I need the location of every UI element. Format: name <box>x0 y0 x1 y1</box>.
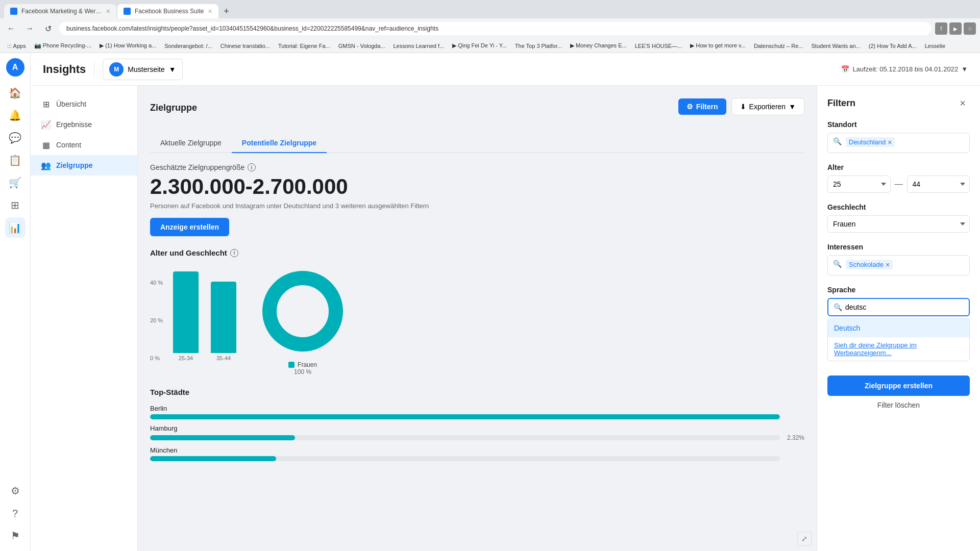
shop-nav-icon[interactable]: 🛒 <box>5 172 26 193</box>
donut-container: Frauen 100 % <box>257 265 349 375</box>
bookmark-15[interactable]: (2) How To Add A... <box>866 42 920 50</box>
grid-nav-icon[interactable]: ⊞ <box>5 195 26 215</box>
create-audience-button[interactable]: Zielgruppe erstellen <box>827 375 970 396</box>
analytics-nav-icon[interactable]: 📊 <box>5 217 26 238</box>
bookmark-10[interactable]: ▶ Money Changes E... <box>567 41 630 50</box>
age-max-select[interactable]: 44 <box>907 176 970 193</box>
bar-chart: 0 % 20 % 40 % 25-34 <box>150 280 236 361</box>
nav-item-zielgruppe[interactable]: 👥 Zielgruppe <box>31 155 137 176</box>
nav-item-ergebnisse[interactable]: 📈 Ergebnisse <box>31 114 137 135</box>
filter-panel-title: Filtern <box>827 98 855 109</box>
audience-size-info-icon[interactable]: i <box>248 163 256 171</box>
legend-label: Frauen <box>298 361 317 368</box>
settings-nav-icon[interactable]: ⚙ <box>5 481 26 501</box>
reload-button[interactable]: ↺ <box>41 21 55 36</box>
suggestion-link[interactable]: Sieh dir deine Zielgruppe im Werbeanzeig… <box>828 337 969 361</box>
interessen-tag-remove[interactable]: × <box>886 261 890 268</box>
sprache-dropdown: Deutsch Sieh dir deine Zielgruppe im Wer… <box>827 318 970 361</box>
interessen-input[interactable]: 🔍 Schokolade × <box>827 255 970 276</box>
tab-potentielle-zielgruppe[interactable]: Potentielle Zielgruppe <box>232 134 327 153</box>
tab-2-close[interactable]: × <box>208 7 212 15</box>
tab-1-close[interactable]: × <box>106 7 110 15</box>
bookmark-11[interactable]: LEE'S HOUSE—... <box>632 42 685 50</box>
cities-section: Top-Städte Berlin Hamburg <box>150 388 804 461</box>
bookmark-3[interactable]: Sonderangebot: /... <box>161 42 215 50</box>
clear-filter-button[interactable]: Filter löschen <box>827 396 970 414</box>
bar-label-25-34: 25-34 <box>179 355 193 361</box>
nav-item-ubersicht[interactable]: ⊞ Übersicht <box>31 94 137 114</box>
forward-button[interactable]: → <box>22 21 37 36</box>
chart-info-icon[interactable]: i <box>230 249 238 257</box>
sprache-input[interactable] <box>845 303 964 311</box>
nav-item-content[interactable]: ▦ Content <box>31 135 137 155</box>
expand-button[interactable]: ⤢ <box>797 532 812 546</box>
city-berlin-fill <box>150 414 780 419</box>
bookmark-apps[interactable]: ::: Apps <box>4 42 29 50</box>
bookmark-1[interactable]: 📷 Phone Recycling-... <box>31 41 94 50</box>
calendar-icon: 📅 <box>841 65 849 73</box>
content-icon: ▦ <box>41 140 51 150</box>
standort-section: Standort 🔍 Deutschland × <box>827 120 970 153</box>
bookmark-5[interactable]: Tutorial: Eigene Fa... <box>275 42 333 50</box>
address-input[interactable] <box>59 22 931 35</box>
page-selector-chevron: ▼ <box>169 65 176 73</box>
bar-25-34 <box>173 271 199 353</box>
ext-2[interactable]: ▶ <box>949 22 962 35</box>
bar-35-44 <box>211 282 236 353</box>
bookmark-16[interactable]: Lesselie <box>922 42 948 50</box>
filter-panel: Filtern × Standort 🔍 Deutschland × <box>817 86 980 551</box>
bookmark-7[interactable]: Lessons Learned f... <box>390 42 447 50</box>
standort-tag-remove[interactable]: × <box>888 139 892 146</box>
bookmark-13[interactable]: Datenschutz – Re... <box>751 42 806 50</box>
bookmark-9[interactable]: The Top 3 Platfor... <box>512 42 565 50</box>
back-button[interactable]: ← <box>4 21 18 36</box>
bookmark-14[interactable]: Student Wants an... <box>808 42 864 50</box>
tab-2-title: Facebook Business Suite <box>135 8 204 15</box>
ext-3[interactable]: ☆ <box>964 22 976 35</box>
city-munchen-fill <box>150 456 276 461</box>
tab-1[interactable]: Facebook Marketing & Werbe... × <box>4 4 116 18</box>
header-left: Insights M Musterseite ▼ <box>43 59 183 80</box>
standort-input[interactable]: 🔍 Deutschland × <box>827 133 970 153</box>
age-min-select[interactable]: 25 <box>827 176 891 193</box>
chat-nav-icon[interactable]: 💬 <box>5 128 26 148</box>
bookmark-4[interactable]: Chinese translatio... <box>217 42 273 50</box>
donut-svg <box>257 265 349 357</box>
tab-1-title: Facebook Marketing & Werbe... <box>21 8 102 15</box>
age-row: 25 — 44 <box>827 176 970 193</box>
ext-1[interactable]: f <box>935 22 947 35</box>
bookmark-6[interactable]: GMSN - Vologda... <box>335 42 388 50</box>
create-ad-button[interactable]: Anzeige erstellen <box>150 218 229 236</box>
date-range[interactable]: 📅 Laufzeit: 05.12.2018 bis 04.01.2022 ▼ <box>841 65 968 73</box>
flag-nav-icon[interactable]: ⚑ <box>5 525 26 546</box>
filter-panel-header: Filtern × <box>827 96 970 110</box>
home-nav-icon[interactable]: 🏠 <box>5 83 26 103</box>
nav-item-ergebnisse-label: Ergebnisse <box>56 120 92 129</box>
filter-button[interactable]: ⚙ Filtern <box>678 98 726 115</box>
inbox-nav-icon[interactable]: 📋 <box>5 150 26 170</box>
suggestion-deutsch[interactable]: Deutsch <box>828 319 969 337</box>
page-selector[interactable]: M Musterseite ▼ <box>103 59 182 80</box>
new-tab-button[interactable]: + <box>219 4 234 18</box>
filter-panel-close[interactable]: × <box>955 96 970 110</box>
bar-label-35-44: 35-44 <box>216 355 231 361</box>
geschlecht-select[interactable]: Frauen Männer Alle <box>827 215 970 233</box>
legend-dot <box>288 362 295 368</box>
city-munchen-bar <box>150 456 804 461</box>
help-nav-icon[interactable]: ? <box>5 503 26 523</box>
export-button[interactable]: ⬇ Exportieren ▼ <box>731 98 804 115</box>
page-avatar: M <box>109 62 124 77</box>
alter-label: Alter <box>827 163 970 171</box>
app-logo: A <box>6 58 24 77</box>
y-axis: 0 % 20 % 40 % <box>150 280 163 361</box>
standort-search-icon: 🔍 <box>833 137 842 145</box>
bookmark-12[interactable]: ▶ How to get more v... <box>687 41 749 50</box>
tab-aktuelle-zielgruppe[interactable]: Aktuelle Zielgruppe <box>150 134 232 153</box>
bookmark-2[interactable]: ▶ (1) How Working a... <box>96 41 159 50</box>
bars-container: 25-34 35-44 <box>173 280 236 361</box>
bookmark-8[interactable]: ▶ Qing Fei De Yi - Y... <box>449 41 510 50</box>
tab-2[interactable]: Facebook Business Suite × <box>117 4 218 18</box>
alert-nav-icon[interactable]: 🔔 <box>5 105 26 126</box>
city-hamburg: Hamburg 2.32% <box>150 424 804 441</box>
page-content: Zielgruppe ⚙ Filtern ⬇ Exportieren ▼ <box>138 86 817 551</box>
